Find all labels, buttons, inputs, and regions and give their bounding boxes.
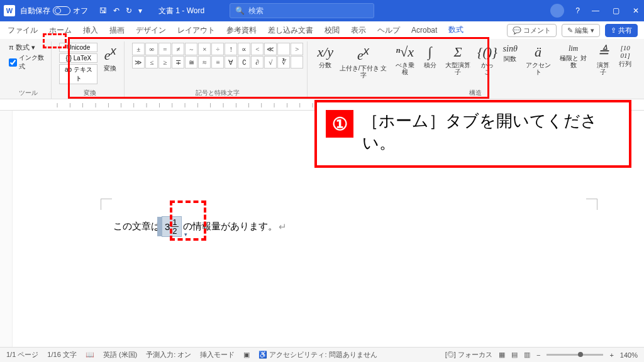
tab-mailings[interactable]: 差し込み文書 — [267, 23, 314, 38]
editing-mode-button[interactable]: ✎ 編集 ▾ — [562, 24, 600, 37]
matrix-button[interactable]: [1001]行列 — [615, 43, 635, 69]
tab-draw[interactable]: 描画 — [108, 23, 126, 38]
tab-file[interactable]: ファイル — [6, 23, 39, 38]
help-icon[interactable]: ? — [575, 6, 580, 15]
title-bar: W 自動保存 オフ 🖫 ↶ ↻ ▾ 文書 1 - Word 🔍 検索 ? — ▢… — [0, 0, 644, 21]
user-avatar[interactable] — [550, 4, 564, 18]
annotation-callout: ① ［ホーム］タブを開いてください。 — [314, 100, 631, 168]
equation-handle-icon[interactable] — [157, 217, 162, 236]
toggle-icon — [53, 6, 70, 15]
comments-button[interactable]: 💬 コメント — [507, 24, 557, 37]
word-count[interactable]: 1/16 文字 — [47, 350, 76, 359]
accessibility-status[interactable]: ♿ アクセシビリティ: 問題ありません — [258, 350, 377, 359]
tab-design[interactable]: デザイン — [135, 23, 167, 38]
ink-equation-checkbox[interactable]: インク数式 — [9, 53, 47, 71]
share-button[interactable]: ⇪ 共有 — [605, 24, 638, 37]
insert-mode[interactable]: 挿入モード — [200, 350, 235, 359]
crop-mark-icon — [586, 199, 597, 210]
print-layout-icon[interactable]: ▤ — [511, 351, 518, 359]
zoom-level[interactable]: 140% — [620, 351, 638, 359]
accent-button[interactable]: äアクセント — [521, 43, 555, 77]
language-status[interactable]: 英語 (米国) — [103, 350, 137, 359]
equation-button[interactable]: π 数式 ▾ — [9, 43, 47, 52]
annotation-equation-highlight — [170, 200, 206, 241]
callout-text: ［ホーム］タブを開いてください。 — [362, 110, 620, 154]
close-button[interactable]: ✕ — [631, 6, 640, 15]
zoom-out-icon[interactable]: − — [536, 351, 540, 359]
zoom-slider[interactable] — [547, 354, 603, 356]
maximize-button[interactable]: ▢ — [611, 6, 620, 15]
search-input[interactable]: 🔍 検索 — [230, 3, 374, 18]
word-app-icon: W — [4, 5, 15, 16]
crop-mark-icon — [101, 199, 112, 210]
status-bar: 1/1 ページ 1/16 文字 📖 英語 (米国) 予測入力: オン 挿入モード… — [0, 347, 644, 362]
tab-equation[interactable]: 数式 — [447, 23, 465, 38]
save-icon[interactable]: 🖫 — [99, 6, 107, 15]
tab-insert[interactable]: 挿入 — [82, 23, 99, 38]
tab-layout[interactable]: レイアウト — [176, 23, 216, 38]
limit-button[interactable]: lim極限と 対数 — [556, 43, 591, 70]
page-count[interactable]: 1/1 ページ — [6, 350, 38, 359]
annotation-home-highlight — [43, 33, 67, 48]
annotation-ribbon-highlight — [68, 37, 489, 99]
undo-icon[interactable]: ↶ — [113, 6, 119, 15]
operator-button[interactable]: ≜演算子 — [592, 43, 614, 77]
predictive-input[interactable]: 予測入力: オン — [146, 350, 191, 359]
qat-dropdown-icon[interactable]: ▾ — [138, 6, 142, 15]
read-mode-icon[interactable]: ▦ — [499, 351, 505, 359]
tab-references[interactable]: 参考資料 — [225, 23, 258, 38]
web-layout-icon[interactable]: ▥ — [524, 351, 530, 359]
redo-icon[interactable]: ↻ — [126, 6, 132, 15]
callout-number: ① — [326, 110, 353, 138]
focus-mode[interactable]: [◎] フォーカス — [445, 350, 492, 359]
vertical-ruler[interactable] — [0, 111, 13, 347]
ribbon-tabs: ファイル ホーム 挿入 描画 デザイン レイアウト 参考資料 差し込み文書 校閲… — [0, 21, 644, 39]
autosave-toggle[interactable]: 自動保存 オフ — [20, 6, 88, 16]
tab-acrobat[interactable]: Acrobat — [410, 24, 438, 36]
paragraph-mark-icon: ↵ — [279, 221, 287, 233]
macro-icon[interactable]: ▣ — [243, 351, 250, 359]
zoom-in-icon[interactable]: + — [609, 351, 613, 359]
tab-view[interactable]: 表示 — [350, 23, 367, 38]
minimize-button[interactable]: — — [591, 6, 600, 15]
tab-help[interactable]: ヘルプ — [376, 23, 401, 38]
spellcheck-icon[interactable]: 📖 — [86, 351, 94, 359]
tab-review[interactable]: 校閲 — [323, 23, 341, 38]
search-icon: 🔍 — [235, 6, 245, 15]
document-title: 文書 1 - Word — [158, 6, 204, 16]
function-button[interactable]: sinθ関数 — [500, 43, 520, 63]
